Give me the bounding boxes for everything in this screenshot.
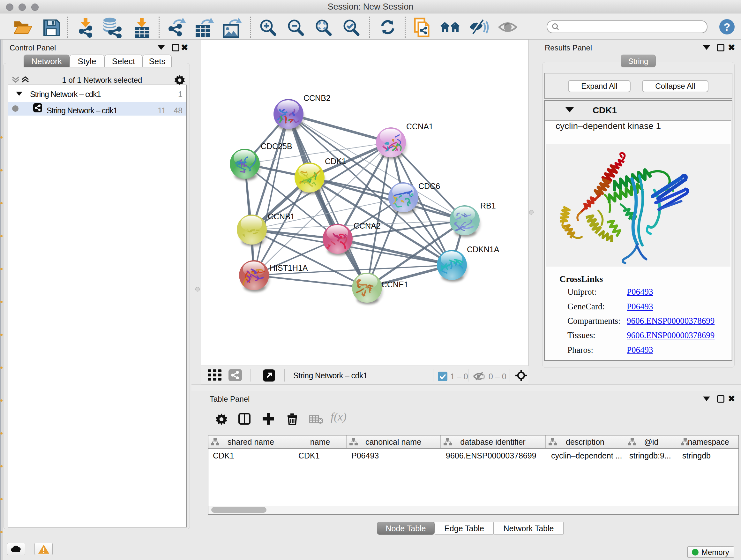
svg-text:CCNB1: CCNB1 xyxy=(268,212,295,221)
svg-text:CCNE1: CCNE1 xyxy=(381,280,408,289)
svg-text:CCNA2: CCNA2 xyxy=(354,221,381,230)
svg-text:CDK1: CDK1 xyxy=(325,157,346,166)
svg-text:HIST1H1A: HIST1H1A xyxy=(270,263,308,272)
svg-text:CCNB2: CCNB2 xyxy=(304,94,331,103)
svg-text:CDC25B: CDC25B xyxy=(261,142,292,151)
svg-text:CCNA1: CCNA1 xyxy=(406,122,433,131)
svg-text:CDKN1A: CDKN1A xyxy=(467,245,499,254)
svg-text:CDC6: CDC6 xyxy=(418,182,440,191)
svg-text:RB1: RB1 xyxy=(480,201,496,210)
